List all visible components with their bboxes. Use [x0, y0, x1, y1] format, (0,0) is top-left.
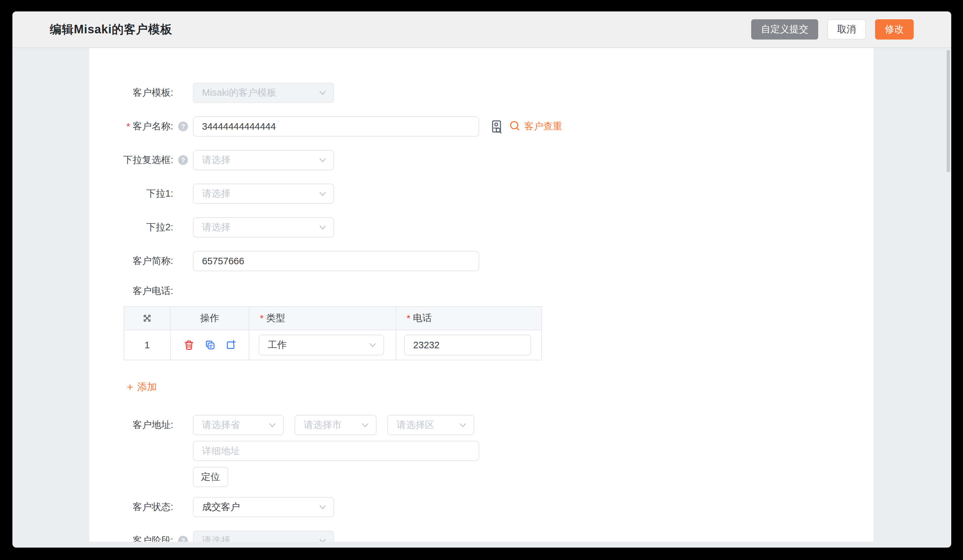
template-select-value: Misaki的客户模板 [202, 86, 276, 99]
row-type-cell: 工作 [250, 330, 396, 360]
dropdown1-placeholder: 请选择 [202, 187, 230, 200]
province-placeholder: 请选择省 [202, 419, 240, 432]
chevron-down-icon [318, 536, 327, 542]
form-row-address: 客户地址: 请选择省 请选择市 请选择区 [89, 415, 874, 435]
stage-label: 客户阶段: [89, 534, 173, 542]
chevron-down-icon [318, 223, 327, 231]
phone-label: 客户电话: [89, 285, 173, 298]
short-name-input[interactable] [193, 251, 479, 271]
search-icon [509, 121, 521, 132]
city-select[interactable]: 请选择市 [295, 415, 376, 435]
chevron-down-icon [318, 156, 327, 164]
required-asterisk: * [126, 121, 130, 132]
form-row-dropdown2: 下拉2: 请选择 [89, 217, 874, 238]
phone-table-phone-header: * 电话 [396, 307, 542, 330]
row-phone-cell [396, 330, 542, 360]
province-select[interactable]: 请选择省 [193, 415, 284, 435]
city-placeholder: 请选择市 [304, 419, 342, 432]
phone-table-drag-header [124, 307, 171, 330]
dialog-header: 编辑Misaki的客户模板 自定义提交 取消 修改 [13, 11, 951, 48]
dropdown1-select[interactable]: 请选择 [193, 184, 334, 204]
customer-name-input[interactable] [193, 116, 479, 137]
chevron-down-icon [268, 421, 277, 429]
required-asterisk: * [260, 313, 263, 324]
dropdown1-label: 下拉1: [89, 187, 173, 200]
form-row-phone-label: 客户电话: [89, 285, 874, 298]
help-icon[interactable]: ? [178, 536, 188, 542]
form-row-dropdown1: 下拉1: 请选择 [89, 184, 874, 204]
expand-arrows-icon[interactable] [141, 312, 153, 324]
template-select[interactable]: Misaki的客户模板 [193, 83, 334, 103]
phone-table: 操作 * 类型 * 电话 1 [123, 306, 542, 360]
vertical-scrollbar[interactable] [947, 50, 950, 172]
form-row-short-name: 客户简称: [89, 251, 874, 271]
dropdown2-placeholder: 请选择 [202, 221, 230, 234]
contact-card-search-icon[interactable] [489, 119, 503, 134]
multi-dropdown-label: 下拉复选框: [89, 154, 173, 167]
chevron-down-icon [368, 341, 377, 349]
customer-name-label: * 客户名称: [89, 120, 173, 133]
dropdown2-select[interactable]: 请选择 [193, 217, 334, 238]
add-phone-row[interactable]: + 添加 [127, 380, 874, 394]
stage-select[interactable]: 请选择 [193, 531, 334, 542]
phone-number-input[interactable] [404, 335, 531, 356]
page-title: 编辑Misaki的客户模板 [50, 21, 751, 37]
add-link[interactable]: 添加 [137, 380, 157, 394]
phone-type-select[interactable]: 工作 [259, 335, 384, 356]
custom-submit-button[interactable]: 自定义提交 [751, 19, 818, 39]
row-index: 1 [124, 330, 171, 360]
form-row-multi-dropdown: 下拉复选框: ? 请选择 [89, 150, 874, 170]
help-icon[interactable]: ? [178, 155, 188, 165]
short-name-label: 客户简称: [89, 254, 173, 267]
help-icon[interactable]: ? [178, 121, 188, 131]
form-row-stage: 客户阶段: ? 请选择 [89, 531, 874, 542]
multi-dropdown-placeholder: 请选择 [202, 154, 230, 167]
chevron-down-icon [459, 421, 467, 429]
form-row-template: 客户模板: Misaki的客户模板 [89, 83, 874, 103]
stage-placeholder: 请选择 [202, 534, 230, 542]
district-select[interactable]: 请选择区 [387, 415, 474, 435]
edit-customer-dialog: 编辑Misaki的客户模板 自定义提交 取消 修改 客户模板: Misaki的客… [13, 11, 951, 547]
add-row-icon[interactable] [225, 339, 237, 351]
detail-address-input[interactable] [193, 441, 479, 461]
form-row-status: 客户状态: 成交客户 [89, 497, 874, 517]
locate-row: 定位 [193, 467, 874, 487]
modify-button[interactable]: 修改 [875, 19, 914, 39]
detail-address-row [193, 441, 874, 461]
row-operations [171, 330, 250, 360]
chevron-down-icon [318, 89, 327, 97]
dropdown2-label: 下拉2: [89, 221, 173, 234]
dialog-body: 客户模板: Misaki的客户模板 * 客户名称: ? [13, 48, 951, 547]
chevron-down-icon [318, 503, 327, 511]
chevron-down-icon [361, 421, 370, 429]
multi-dropdown-select[interactable]: 请选择 [193, 150, 334, 170]
cancel-button[interactable]: 取消 [827, 19, 866, 39]
dedup-lookup[interactable]: 客户查重 [489, 119, 562, 134]
form-row-customer-name: * 客户名称: ? [89, 116, 874, 137]
status-label: 客户状态: [89, 500, 173, 514]
delete-icon[interactable] [183, 339, 195, 351]
address-label: 客户地址: [89, 419, 173, 432]
phone-type-value: 工作 [268, 338, 287, 351]
locate-button[interactable]: 定位 [193, 467, 228, 487]
copy-row-icon[interactable] [204, 339, 216, 351]
phone-table-type-header: * 类型 [250, 307, 396, 330]
chevron-down-icon [318, 189, 327, 198]
template-label: 客户模板: [89, 86, 173, 99]
form-panel: 客户模板: Misaki的客户模板 * 客户名称: ? [89, 48, 874, 542]
dedup-link[interactable]: 客户查重 [524, 120, 562, 133]
plus-icon: + [127, 381, 133, 392]
phone-table-op-header: 操作 [171, 307, 250, 330]
required-asterisk: * [407, 313, 410, 324]
status-value: 成交客户 [202, 500, 240, 514]
status-select[interactable]: 成交客户 [193, 497, 334, 517]
district-placeholder: 请选择区 [397, 419, 434, 432]
